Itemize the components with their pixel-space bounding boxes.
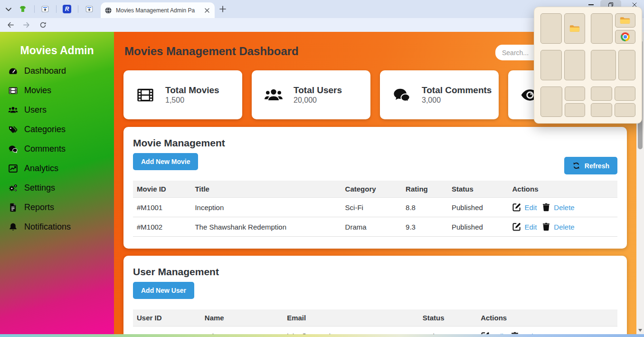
sidebar-item-reports[interactable]: Reports: [0, 198, 114, 217]
sidebar-item-analytics[interactable]: Analytics: [0, 159, 114, 178]
sidebar-item-label: Reports: [24, 202, 54, 212]
sidebar-item-dashboard[interactable]: Dashboard: [0, 61, 114, 81]
snap-zone[interactable]: [564, 50, 586, 80]
snap-zone[interactable]: [540, 13, 562, 44]
tab-title: Movies Management Admin Pa: [116, 7, 198, 14]
movie-row: #M1001 Inception Sci-Fi 8.8 Published Ed…: [133, 198, 617, 217]
snap-layout-two-halves-empty: [540, 50, 585, 80]
col-status: Status: [448, 181, 509, 198]
col-actions: Actions: [477, 309, 617, 327]
movie-section-title: Movie Management: [133, 137, 617, 149]
tab-close-icon[interactable]: [203, 7, 211, 14]
movie-row: #M1002 The Shawshank Redemption Drama 9.…: [133, 217, 617, 237]
reload-icon[interactable]: [39, 21, 47, 29]
tags-icon: [8, 125, 18, 135]
sidebar-item-label: Notifications: [24, 222, 71, 232]
add-new-user-button[interactable]: Add New User: [133, 282, 194, 299]
sidebar-item-users[interactable]: Users: [0, 100, 114, 120]
stat-card-total-users: Total Users 20,000: [252, 70, 370, 119]
edit-icon[interactable]: [512, 222, 521, 231]
scroll-down-arrow-icon[interactable]: [638, 329, 642, 332]
sidebar-item-label: Movies: [24, 86, 51, 96]
delete-link[interactable]: Delete: [554, 223, 574, 231]
snap-zone[interactable]: [591, 103, 612, 117]
col-name: Name: [201, 309, 283, 327]
chart-line-icon: [8, 164, 18, 173]
sidebar-item-categories[interactable]: Categories: [0, 120, 114, 139]
edit-icon[interactable]: [512, 202, 521, 212]
snap-layout-quad-grid: [591, 87, 635, 117]
snap-zone[interactable]: [540, 50, 562, 80]
back-arrow-icon[interactable]: [7, 21, 15, 29]
sidebar-item-label: Dashboard: [24, 66, 66, 76]
minimize-icon: [588, 4, 594, 5]
users-table: User ID Name Email Status Actions #U1001…: [133, 309, 617, 334]
snap-zone[interactable]: [615, 13, 636, 28]
sidebar-item-comments[interactable]: Comments: [0, 139, 114, 159]
chrome-icon: [621, 32, 630, 41]
edit-link[interactable]: Edit: [524, 203, 537, 212]
snap-zone[interactable]: [591, 13, 613, 44]
chevron-down-icon[interactable]: [4, 4, 13, 14]
stat-card-total-comments: Total Comments 3,000: [380, 70, 499, 119]
user-section-title: User Management: [133, 266, 617, 278]
refresh-button[interactable]: Refresh: [564, 157, 617, 174]
snap-zone[interactable]: [564, 13, 586, 44]
sidebar-item-movies[interactable]: Movies: [0, 81, 114, 100]
snap-zone[interactable]: [615, 87, 636, 101]
folder-icon: [569, 24, 580, 33]
stat-value: 1,500: [165, 96, 219, 105]
sidebar-item-notifications[interactable]: Notifications: [0, 217, 114, 237]
bell-icon: [8, 222, 18, 232]
pinned-tab-separator: [56, 5, 57, 13]
snap-zone[interactable]: [591, 50, 616, 80]
sidebar: Movies Admin Dashboard Movies Users: [0, 32, 114, 334]
movie-rating: 8.8: [402, 198, 448, 217]
dashboard-icon: [8, 66, 18, 76]
pinned-tab-green-app-icon[interactable]: [19, 5, 27, 13]
stat-value: 20,000: [294, 96, 342, 105]
snap-zone[interactable]: [540, 87, 562, 117]
movie-rating: 9.3: [402, 217, 448, 237]
film-icon: [136, 86, 155, 105]
comments-icon: [8, 144, 18, 154]
forward-arrow-icon[interactable]: [22, 21, 30, 29]
sidebar-item-label: Comments: [24, 144, 66, 154]
snap-zone[interactable]: [615, 30, 636, 44]
movie-title: The Shawshank Redemption: [191, 217, 341, 237]
movie-title: Inception: [191, 198, 341, 217]
snap-zone[interactable]: [618, 50, 635, 80]
sidebar-item-label: Analytics: [24, 164, 58, 173]
snap-zone[interactable]: [615, 103, 636, 117]
stat-label: Total Comments: [422, 85, 492, 96]
snap-zone[interactable]: [591, 87, 612, 101]
sidebar-item-label: Users: [24, 105, 47, 115]
col-status: Status: [419, 309, 477, 327]
col-category: Category: [341, 181, 402, 198]
snap-zone[interactable]: [565, 103, 586, 117]
active-browser-tab[interactable]: Movies Management Admin Pa: [101, 2, 215, 18]
edit-link[interactable]: Edit: [524, 223, 537, 231]
col-actions: Actions: [508, 181, 617, 198]
pinned-tab-separator: [78, 5, 78, 13]
delete-link[interactable]: Delete: [554, 203, 574, 212]
user-name: John Doe: [201, 327, 283, 335]
report-file-icon: [8, 202, 18, 212]
user-id: #U1001: [133, 327, 201, 335]
pinned-tab-install-app-icon[interactable]: [41, 5, 49, 13]
col-movie-id: Movie ID: [133, 181, 191, 198]
snap-zone[interactable]: [565, 87, 586, 101]
movies-table-header-row: Movie ID Title Category Rating Status Ac…: [133, 181, 617, 198]
pinned-tab-install-app-icon[interactable]: [85, 5, 94, 13]
globe-icon: [104, 7, 112, 14]
trash-icon[interactable]: [541, 202, 551, 212]
pinned-tab-rockstar-r-icon[interactable]: R: [63, 5, 71, 13]
stat-card-total-movies: Total Movies 1,500: [123, 70, 242, 119]
add-new-movie-button[interactable]: Add New Movie: [133, 153, 198, 170]
movie-category: Sci-Fi: [341, 198, 402, 217]
sidebar-item-settings[interactable]: Settings: [0, 178, 114, 198]
new-tab-button[interactable]: [218, 5, 227, 13]
users-icon: [264, 86, 283, 105]
trash-icon[interactable]: [541, 222, 551, 231]
snap-layout-two-halves: [540, 13, 585, 44]
